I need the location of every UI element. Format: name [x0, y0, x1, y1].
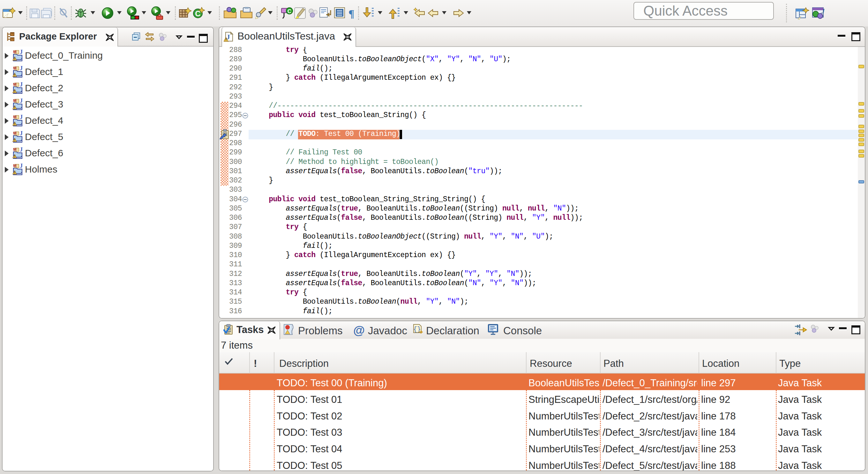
svg-text:J: J	[821, 8, 825, 15]
svg-text:C: C	[287, 8, 291, 14]
svg-text:!: !	[225, 38, 226, 41]
